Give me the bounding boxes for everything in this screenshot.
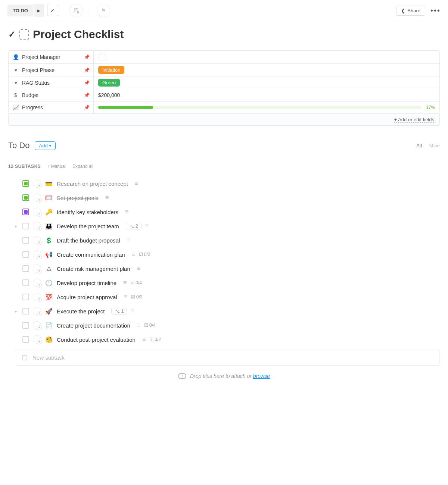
subtask-title[interactable]: Conduct post-project evaluation [57,337,136,343]
status-checkbox[interactable] [22,294,29,300]
share-button[interactable]: ❮ Share [396,6,425,16]
pin-icon[interactable]: 📌 [84,93,90,98]
status-checkbox[interactable] [22,209,29,215]
subtask-row[interactable]: 🔑Identify key stakeholders≡ [8,205,440,219]
assign-user-icon[interactable] [98,53,106,61]
description-icon[interactable]: ≡ [137,322,140,329]
subtask-title[interactable]: Draft the budget proposal [57,237,120,244]
rag-badge[interactable]: Green [98,79,120,87]
description-icon[interactable]: ≡ [125,208,128,216]
checklist-progress[interactable]: ☑ 0/2 [139,252,150,257]
subtask-title[interactable]: Set project goals [57,195,99,201]
assign-avatar-icon[interactable] [33,265,41,273]
attachment-dropzone[interactable]: Drop files here to attach or browse [8,367,440,385]
subtask-title[interactable]: Research on project concept [57,181,128,187]
assign-avatar-icon[interactable] [33,194,41,202]
phase-badge[interactable]: Initiation [98,66,124,74]
status-checkbox[interactable] [22,336,29,343]
description-icon[interactable]: ≡ [127,237,130,244]
checklist-progress[interactable]: ☑ 0/2 [149,337,161,342]
subtask-row[interactable]: 💲Draft the budget proposal≡ [8,233,440,247]
add-edit-fields[interactable]: + Add or edit fields [8,114,440,126]
field-budget-value[interactable]: $200,000 [94,89,439,101]
status-checkbox[interactable] [22,223,29,229]
description-icon[interactable]: ≡ [131,307,134,315]
expand-all[interactable]: Expand all [72,164,93,169]
subtask-title[interactable]: Create risk management plan [57,266,130,272]
subtask-row[interactable]: ▸👪Develop the project team⌥ 2≡ [8,219,440,233]
filter-all[interactable]: All [416,143,421,148]
status-checkbox[interactable] [22,194,29,201]
field-project-phase[interactable]: ▾ Project Phase 📌 [9,64,94,76]
branches-chip[interactable]: ⌥ 1 [111,308,127,315]
status-checkbox[interactable] [22,308,29,315]
pin-icon[interactable]: 📌 [84,80,90,85]
assign-avatar-icon[interactable] [33,179,41,188]
pin-icon[interactable]: 📌 [84,54,90,60]
subtask-row[interactable]: 🕒Develop project timeline≡☑ 0/4 [8,276,440,290]
status-checkbox[interactable] [22,265,29,272]
subtask-title[interactable]: Acquire project approval [57,294,117,300]
assign-avatar-icon[interactable] [33,279,41,287]
field-rag-status-value[interactable]: Green [94,76,439,89]
subtask-row[interactable]: 💳Research on project concept≡ [8,176,440,191]
checklist-progress[interactable]: ☑ 0/4 [130,280,142,285]
description-icon[interactable]: ≡ [132,251,135,258]
caret-icon[interactable]: ▸ [15,224,19,229]
subtask-title[interactable]: Develop the project team [57,223,119,229]
field-rag-status[interactable]: ▾ RAG Status 📌 [9,76,94,89]
description-icon[interactable]: ≡ [123,279,127,287]
assign-avatar-icon[interactable] [33,293,41,301]
status-button[interactable]: TO DO [7,5,33,16]
branches-chip[interactable]: ⌥ 2 [126,223,141,229]
status-checkbox[interactable] [22,237,29,244]
assign-avatar-icon[interactable] [33,250,41,259]
priority-flag-icon[interactable]: ⚑ [97,4,110,17]
description-icon[interactable]: ≡ [137,265,140,272]
assign-avatar-icon[interactable] [33,335,41,344]
subtask-row[interactable]: 🥅Set project goals≡ [8,191,440,205]
subtask-row[interactable]: 📄Create project documentation≡☑ 0/4 [8,318,440,332]
filter-mine[interactable]: Mine [429,143,440,148]
field-project-manager[interactable]: 👤 Project Manager 📌 [9,51,94,63]
field-progress[interactable]: 📈 Progress 📌 [9,101,94,113]
subtask-title[interactable]: Identify key stakeholders [57,209,118,215]
assign-avatar-icon[interactable] [33,307,41,315]
status-checkbox[interactable] [22,180,29,187]
page-title-text[interactable]: Project Checklist [33,28,124,41]
status-checkbox[interactable] [22,322,29,329]
field-budget[interactable]: $ Budget 📌 [9,89,94,101]
caret-icon[interactable]: ▸ [15,309,19,314]
checklist-progress[interactable]: ☑ 0/4 [144,323,156,328]
sort-mode[interactable]: ↑ Manual [47,164,66,169]
checklist-progress[interactable]: ☑ 0/3 [131,294,143,300]
description-icon[interactable]: ≡ [105,194,109,201]
subtask-title[interactable]: Create project documentation [57,322,130,329]
pin-icon[interactable]: 📌 [84,105,90,110]
subtask-title[interactable]: Execute the project [57,308,105,315]
subtask-row[interactable]: 🧐Conduct post-project evaluation≡☑ 0/2 [8,332,440,347]
subtask-title[interactable]: Develop project timeline [57,280,116,286]
assign-avatar-icon[interactable] [33,222,41,230]
description-icon[interactable]: ≡ [142,336,146,343]
assignees-add-icon[interactable]: + [69,4,83,17]
new-subtask-input[interactable]: New subtask [16,350,440,366]
subtask-title[interactable]: Create communication plan [57,251,125,258]
status-dropdown-icon[interactable]: ▶ [34,4,44,17]
subtask-row[interactable]: 📢Create communication plan≡☑ 0/2 [8,247,440,262]
browse-link[interactable]: browse [253,373,270,379]
field-project-phase-value[interactable]: Initiation [94,64,439,76]
assign-avatar-icon[interactable] [33,208,41,216]
field-progress-value[interactable]: 17% [94,101,439,113]
description-icon[interactable]: ≡ [145,222,149,230]
description-icon[interactable]: ≡ [135,180,138,187]
assign-avatar-icon[interactable] [33,236,41,244]
status-checkbox[interactable] [22,279,29,286]
mark-complete-button[interactable]: ✓ [47,5,58,16]
status-checkbox[interactable] [22,251,29,258]
subtask-row[interactable]: ▸🚀Execute the project⌥ 1≡ [8,304,440,318]
description-icon[interactable]: ≡ [124,293,127,301]
subtask-row[interactable]: 💯Acquire project approval≡☑ 0/3 [8,290,440,304]
subtask-row[interactable]: ⚠Create risk management plan≡ [8,262,440,276]
assign-avatar-icon[interactable] [33,321,41,329]
